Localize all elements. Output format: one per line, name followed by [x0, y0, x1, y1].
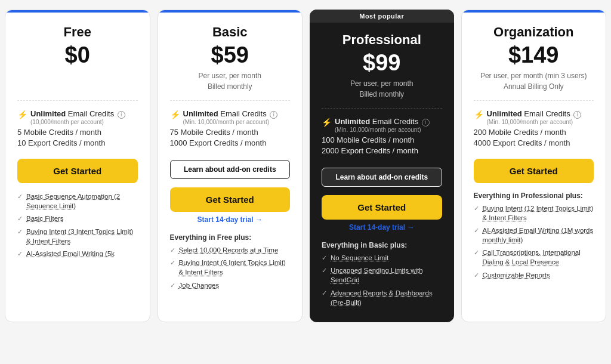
popular-badge: Most popular — [310, 10, 454, 23]
trial-link[interactable]: Start 14-day trial → — [322, 223, 442, 232]
plan-card-free: Free$0 ⚡ Unlimited Email Credits i (10,0… — [5, 10, 150, 322]
check-icon: ✓ — [474, 226, 479, 235]
plan-card-organization: Organization$149Per user, per month (min… — [461, 10, 607, 322]
info-icon[interactable]: i — [422, 119, 430, 127]
email-credits-subtext: (10,000/month per account) — [30, 119, 125, 125]
plan-name: Free — [17, 24, 138, 40]
export-credits: 10 Export Credits / month — [17, 138, 138, 147]
plan-card-basic: Basic$59Per user, per monthBilled monthl… — [158, 10, 303, 322]
feature-item: ✓ Buying Intent (3 Intent Topics Limit) … — [17, 227, 138, 246]
addon-credits-button[interactable]: Learn about add-on credits — [322, 168, 442, 187]
feature-item: ✓ Advanced Reports & Dashboards (Pre-Bui… — [322, 288, 442, 307]
feature-item: ✓ Uncapped Sending Limits with SendGrid — [322, 266, 442, 285]
check-icon: ✓ — [170, 281, 175, 290]
lightning-icon: ⚡ — [170, 110, 180, 119]
feature-text: Advanced Reports & Dashboards (Pre-Built… — [331, 288, 442, 307]
features-header: Everything in Basic plus: — [322, 241, 442, 249]
plan-name: Professional — [322, 32, 442, 48]
features-header: Everything in Free plus: — [170, 233, 291, 242]
get-started-button[interactable]: Get Started — [322, 195, 442, 220]
get-started-button[interactable]: Get Started — [17, 159, 138, 183]
features-section: Everything in Professional plus: ✓ Buyin… — [474, 192, 594, 283]
check-icon: ✓ — [170, 258, 175, 267]
top-bar — [5, 10, 150, 13]
feature-item: ✓ Basic Sequence Automation (2 Sequence … — [17, 192, 138, 211]
email-credits: ⚡ Unlimited Email Credits i (Min. 10,000… — [474, 109, 594, 125]
check-icon: ✓ — [17, 192, 23, 201]
plan-name: Organization — [474, 24, 594, 40]
plan-billing: Per user, per month (min 3 users)Annual … — [474, 70, 594, 92]
feature-item: ✓ AI-Assisted Email Writing (1M words mo… — [474, 226, 594, 245]
check-icon: ✓ — [17, 249, 23, 258]
feature-text: Basic Sequence Automation (2 Sequence Li… — [26, 192, 138, 211]
plan-price: $0 — [17, 42, 138, 68]
feature-text: Basic Filters — [26, 214, 64, 223]
check-icon: ✓ — [322, 254, 327, 263]
features-header: Everything in Professional plus: — [474, 192, 594, 200]
feature-item: ✓ Job Changes — [170, 280, 291, 290]
divider — [170, 100, 291, 101]
lightning-icon: ⚡ — [474, 110, 484, 119]
email-credits-text: Unlimited Email Credits i (Min. 10,000/m… — [487, 109, 582, 125]
email-credits-subtext: (Min. 10,000/month per account) — [183, 119, 278, 125]
check-icon: ✓ — [17, 227, 23, 236]
export-credits: 2000 Export Credits / month — [322, 146, 442, 155]
feature-item: ✓ Call Transcriptions, International Dia… — [474, 248, 594, 267]
lightning-icon: ⚡ — [322, 118, 332, 127]
plan-billing — [17, 70, 138, 92]
credits-section: ⚡ Unlimited Email Credits i (Min. 10,000… — [474, 109, 594, 149]
check-icon: ✓ — [474, 248, 479, 257]
plan-card-professional: Most popularProfessional$99Per user, per… — [310, 10, 454, 322]
check-icon: ✓ — [322, 266, 327, 275]
check-icon: ✓ — [474, 204, 479, 213]
info-icon[interactable]: i — [118, 111, 125, 119]
info-icon[interactable]: i — [270, 111, 277, 119]
check-icon: ✓ — [17, 214, 23, 223]
feature-text: Uncapped Sending Limits with SendGrid — [331, 266, 442, 285]
feature-text: Job Changes — [179, 280, 220, 290]
divider — [322, 108, 442, 109]
export-credits: 4000 Export Credits / month — [474, 138, 594, 147]
plan-billing: Per user, per monthBilled monthly — [170, 70, 291, 92]
plan-price: $149 — [474, 42, 594, 68]
credits-section: ⚡ Unlimited Email Credits i (Min. 10,000… — [170, 109, 291, 149]
plan-name: Basic — [170, 24, 291, 40]
check-icon: ✓ — [474, 271, 479, 280]
feature-text: AI-Assisted Email Writing (1M words mont… — [483, 226, 594, 245]
plan-price: $99 — [322, 50, 442, 76]
feature-text: Buying Intent (3 Intent Topics Limit) & … — [26, 227, 138, 246]
feature-text: Select 10,000 Records at a Time — [179, 245, 279, 255]
plan-price: $59 — [170, 42, 291, 68]
trial-link[interactable]: Start 14-day trial → — [170, 215, 291, 224]
feature-item: ✓ No Sequence Limit — [322, 253, 442, 263]
feature-item: ✓ Basic Filters — [17, 214, 138, 223]
top-bar — [158, 10, 303, 13]
mobile-credits: 200 Mobile Credits / month — [474, 128, 594, 137]
email-credits: ⚡ Unlimited Email Credits i (Min. 10,000… — [322, 117, 442, 133]
mobile-credits: 100 Mobile Credits / month — [322, 135, 442, 144]
email-credits-text: Unlimited Email Credits i (10,000/month … — [30, 109, 125, 125]
addon-credits-button[interactable]: Learn about add-on credits — [170, 160, 291, 179]
feature-item: ✓ Buying Intent (6 Intent Topics Limit) … — [170, 258, 291, 277]
credits-section: ⚡ Unlimited Email Credits i (10,000/mont… — [17, 109, 138, 149]
feature-text: Customizable Reports — [483, 270, 550, 280]
features-section: Everything in Basic plus: ✓ No Sequence … — [322, 241, 442, 310]
email-credits: ⚡ Unlimited Email Credits i (Min. 10,000… — [170, 109, 291, 125]
features-section: Everything in Free plus: ✓ Select 10,000… — [170, 233, 291, 293]
get-started-button[interactable]: Get Started — [170, 187, 291, 212]
credits-section: ⚡ Unlimited Email Credits i (Min. 10,000… — [322, 117, 442, 157]
check-icon: ✓ — [322, 289, 327, 298]
info-icon[interactable]: i — [573, 111, 581, 119]
top-bar — [462, 10, 606, 13]
feature-text: Buying Intent (6 Intent Topics Limit) & … — [179, 258, 291, 277]
feature-text: Call Transcriptions, International Diali… — [483, 248, 594, 267]
feature-item: ✓ Select 10,000 Records at a Time — [170, 245, 291, 255]
email-credits-subtext: (Min. 10,000/month per account) — [487, 119, 582, 125]
feature-text: No Sequence Limit — [331, 253, 388, 263]
mobile-credits: 5 Mobile Credits / month — [17, 128, 138, 137]
feature-item: ✓ Buying Intent (12 Intent Topics Limit)… — [474, 203, 594, 223]
email-credits-subtext: (Min. 10,000/month per account) — [335, 127, 430, 133]
get-started-button[interactable]: Get Started — [474, 159, 594, 183]
feature-item: ✓ Customizable Reports — [474, 270, 594, 280]
lightning-icon: ⚡ — [17, 110, 27, 119]
